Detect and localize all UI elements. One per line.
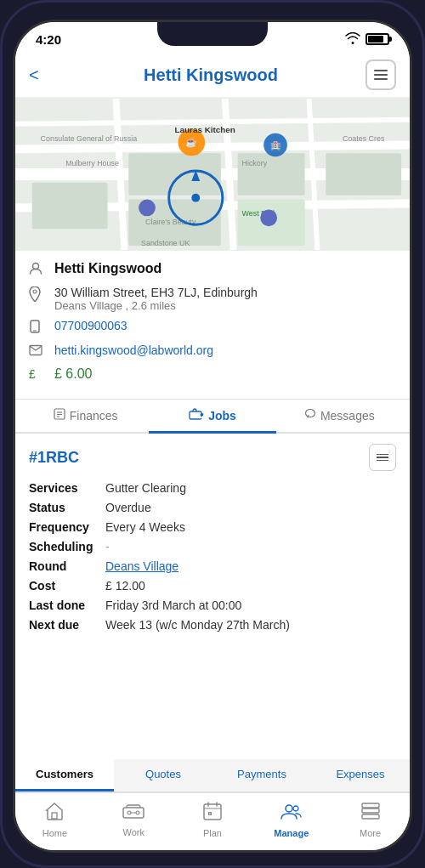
svg-rect-13 <box>326 153 401 195</box>
messages-icon <box>304 408 316 423</box>
jobs-icon <box>189 408 204 423</box>
job-detail-label: Last done <box>29 599 105 612</box>
job-detail-row: StatusOverdue <box>29 501 396 514</box>
tab-messages[interactable]: Messages <box>276 400 403 434</box>
address-block: 30 William Street, EH3 7LJ, Edinburgh De… <box>54 286 258 312</box>
bottom-nav: Home Work Plan <box>15 792 410 850</box>
job-detail-row[interactable]: RoundDeans Village <box>29 559 396 573</box>
job-detail-row: FrequencyEvery 4 Weeks <box>29 520 396 534</box>
sec-tab-quotes[interactable]: Quotes <box>114 759 212 791</box>
map-area: Consulate General of Russia Mulberry Hou… <box>15 98 410 251</box>
nav-manage-label: Manage <box>274 828 309 838</box>
address-sub: Deans Village , 2.6 miles <box>54 299 258 312</box>
job-detail-value: Gutter Clearing <box>105 481 186 495</box>
svg-text:Claire's Beauty: Claire's Beauty <box>145 218 196 226</box>
nav-work-label: Work <box>122 827 144 837</box>
wifi-icon <box>345 32 360 47</box>
nav-plan-label: Plan <box>203 828 222 838</box>
plan-icon <box>203 802 222 825</box>
job-menu-line <box>377 460 388 462</box>
svg-point-44 <box>305 410 314 417</box>
job-detail-label: Cost <box>29 579 105 593</box>
svg-point-58 <box>293 806 298 811</box>
job-detail-row: Scheduling- <box>29 540 396 553</box>
job-menu-line <box>377 454 388 456</box>
secondary-tabs: Customers Quotes Payments Expenses <box>15 759 410 792</box>
job-detail-value[interactable]: Deans Village <box>105 559 178 573</box>
status-icons <box>345 32 389 47</box>
email-link[interactable]: hetti.kingswood@labworld.org <box>54 343 213 357</box>
svg-point-26 <box>191 194 200 202</box>
tab-finances-label: Finances <box>70 409 118 423</box>
sec-tab-expenses[interactable]: Expenses <box>311 759 410 791</box>
svg-point-47 <box>128 811 131 814</box>
svg-point-57 <box>286 805 292 812</box>
job-detail-label: Round <box>29 559 105 573</box>
svg-rect-50 <box>204 804 221 820</box>
job-detail-value: Overdue <box>105 501 151 514</box>
svg-line-2 <box>15 145 410 149</box>
job-detail-label: Frequency <box>29 520 105 534</box>
svg-text:Coates Cres: Coates Cres <box>343 134 385 143</box>
tab-jobs[interactable]: Jobs <box>149 400 275 434</box>
svg-text:Mulberry House: Mulberry House <box>65 159 119 167</box>
job-id: #1RBC <box>29 449 79 467</box>
location-icon <box>29 286 46 305</box>
tab-messages-label: Messages <box>320 409 375 423</box>
name-row: Hetti Kingswood <box>29 261 396 279</box>
svg-text:🏥: 🏥 <box>270 140 281 151</box>
info-card: Hetti Kingswood 30 William Street, EH3 7… <box>15 251 410 400</box>
nav-home[interactable]: Home <box>15 798 94 842</box>
battery-icon <box>366 33 389 45</box>
price-row: £ £ 6.00 <box>29 366 396 382</box>
job-detail-label: Scheduling <box>29 540 105 553</box>
svg-text:Hickory: Hickory <box>242 159 268 167</box>
job-detail-row: Next dueWeek 13 (w/c Monday 27th March) <box>29 618 396 632</box>
nav-home-label: Home <box>42 828 67 838</box>
svg-point-48 <box>136 811 139 814</box>
sec-tab-payments[interactable]: Payments <box>212 759 311 791</box>
job-detail-label: Status <box>29 501 105 514</box>
more-icon <box>360 802 381 825</box>
header-menu-button[interactable] <box>366 60 396 90</box>
sec-tab-customers[interactable]: Customers <box>15 759 114 791</box>
svg-rect-45 <box>52 813 57 819</box>
nav-plan[interactable]: Plan <box>173 798 252 842</box>
email-icon <box>29 344 46 360</box>
nav-manage[interactable]: Manage <box>252 798 331 842</box>
home-icon <box>44 802 65 825</box>
nav-more-label: More <box>360 828 381 838</box>
phone-icon <box>29 320 46 337</box>
back-button[interactable]: < <box>29 65 56 85</box>
nav-work[interactable]: Work <box>94 798 173 842</box>
phone-frame: 4:20 < Hetti Kingswood <box>13 20 412 853</box>
job-detail-value: Friday 3rd March at 00:00 <box>105 599 241 612</box>
svg-rect-9 <box>32 183 108 229</box>
app-header: < Hetti Kingswood <box>15 53 410 98</box>
email-row[interactable]: hetti.kingswood@labworld.org <box>29 343 396 360</box>
finances-icon <box>54 408 65 423</box>
job-detail-label: Services <box>29 481 105 495</box>
job-detail-value: £ 12.00 <box>105 579 145 593</box>
page-title: Hetti Kingswood <box>56 65 366 85</box>
svg-text:Sandstone UK: Sandstone UK <box>141 239 190 247</box>
menu-line <box>374 74 388 76</box>
tab-finances[interactable]: Finances <box>22 400 149 434</box>
svg-text:☕: ☕ <box>185 136 197 148</box>
nav-more[interactable]: More <box>331 798 410 842</box>
job-detail-value: - <box>105 540 110 553</box>
svg-rect-59 <box>362 814 379 819</box>
job-header: #1RBC <box>29 444 396 471</box>
customer-name: Hetti Kingswood <box>54 261 162 276</box>
job-detail-label: Next due <box>29 618 105 632</box>
phone-outer: 4:20 < Hetti Kingswood <box>0 0 425 868</box>
svg-rect-61 <box>362 803 379 808</box>
phone-row[interactable]: 07700900063 <box>29 319 396 337</box>
status-time: 4:20 <box>36 32 61 47</box>
person-icon <box>29 262 46 279</box>
svg-rect-60 <box>362 808 379 813</box>
job-menu-button[interactable] <box>369 444 396 471</box>
phone-link[interactable]: 07700900063 <box>54 319 128 332</box>
job-details: ServicesGutter ClearingStatusOverdueFreq… <box>29 481 396 632</box>
job-section: #1RBC ServicesGutter ClearingStatusOverd… <box>15 434 410 759</box>
